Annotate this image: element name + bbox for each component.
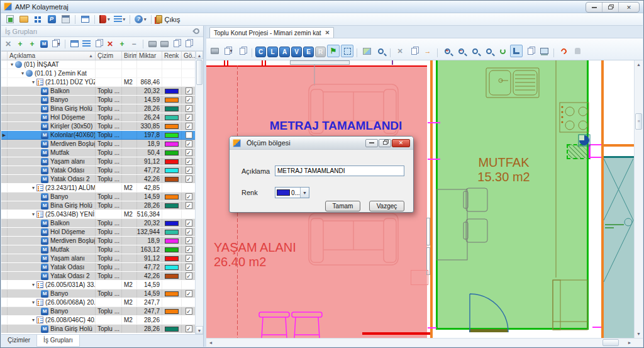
- open-folder-button[interactable]: [18, 14, 30, 25]
- table-row[interactable]: ▾(01) İNŞAAT: [1, 60, 195, 69]
- minimize-button[interactable]: [586, 3, 602, 12]
- visibility-checkbox[interactable]: ✓: [186, 193, 192, 200]
- close-tab-icon[interactable]: ✕: [325, 30, 330, 36]
- magnifier-button[interactable]: [374, 45, 387, 57]
- tool-letter-v[interactable]: V: [291, 47, 302, 57]
- print-cancel-button[interactable]: [159, 39, 169, 49]
- flag-tool-button[interactable]: ⚑: [327, 45, 340, 57]
- scroll-thumb[interactable]: ≡: [635, 113, 642, 130]
- new-page-button[interactable]: [524, 45, 536, 57]
- add-subgroup-button[interactable]: +: [27, 39, 37, 49]
- table-row[interactable]: MMutfakToplu ...163,12✓: [1, 245, 195, 254]
- visibility-checkbox[interactable]: ✓: [186, 123, 192, 130]
- expander-icon[interactable]: ▾: [30, 185, 36, 191]
- table-row[interactable]: MBalkonToplu ...20,32✓: [1, 87, 195, 96]
- reports-button[interactable]: ▾: [98, 14, 111, 25]
- window-form-button[interactable]: [79, 14, 91, 25]
- visibility-checkbox[interactable]: ✓: [186, 246, 192, 253]
- vazgec-button[interactable]: Vazgeç: [369, 201, 404, 211]
- column-birim[interactable]: Birim: [122, 52, 137, 60]
- table-row[interactable]: ▾(23.243/11) ALÜM...M242,85: [1, 184, 195, 193]
- tab-is-gruplari[interactable]: İş Grupları: [36, 335, 80, 347]
- tamam-button[interactable]: Tamam: [325, 201, 360, 211]
- renk-dropdown[interactable]: 0... ▼: [275, 187, 309, 198]
- print-button[interactable]: [147, 39, 157, 49]
- send-button[interactable]: →: [421, 45, 434, 57]
- measure-button[interactable]: M: [39, 39, 49, 49]
- copy-region-button[interactable]: [408, 45, 420, 57]
- pin-icon[interactable]: [192, 27, 201, 35]
- tool-letter-a[interactable]: A: [279, 47, 290, 57]
- zoom-out-button[interactable]: [455, 45, 467, 57]
- ruler-button[interactable]: [510, 45, 523, 57]
- table-row[interactable]: MYaşam alanıToplu ...91,12✓: [1, 254, 195, 263]
- canvas-hscrollbar[interactable]: ◄ ►: [206, 338, 643, 347]
- table-row[interactable]: MYatak OdasıToplu ...47,72✓: [1, 263, 195, 272]
- delete-button[interactable]: ✕: [105, 39, 115, 49]
- delete-region-button[interactable]: ✕: [394, 45, 406, 57]
- copy-button[interactable]: [171, 39, 181, 49]
- expander-icon[interactable]: ▾: [9, 62, 15, 67]
- table-row[interactable]: MBalkonToplu ...20,32✓: [1, 219, 195, 228]
- column-cizim[interactable]: Çizim: [96, 52, 122, 60]
- image-button[interactable]: [360, 45, 373, 57]
- table-row[interactable]: MMutfakToplu ...50,4✓: [1, 149, 195, 157]
- dialog-minimize-button[interactable]: [365, 139, 378, 147]
- table-row[interactable]: MYatak Odası 2Toplu ...42,26✓: [1, 272, 195, 281]
- table-row[interactable]: MHol DöşemeToplu ...26,24✓: [1, 113, 195, 122]
- visibility-checkbox[interactable]: ✓: [186, 264, 192, 271]
- scroll-down-icon[interactable]: ▼: [196, 326, 203, 334]
- visibility-checkbox[interactable]: ✓: [186, 114, 192, 121]
- table-row[interactable]: ▾(21.011) DÜZ YÜZ...M2868,46: [1, 78, 195, 87]
- close-button[interactable]: ✕: [619, 3, 639, 12]
- expander-icon[interactable]: ▾: [30, 300, 36, 305]
- expander-icon[interactable]: ▾: [30, 211, 36, 217]
- visibility-checkbox[interactable]: ✓: [186, 158, 192, 165]
- remove-row-button[interactable]: −: [129, 39, 139, 49]
- table-row[interactable]: MHol DöşemeToplu ...132,944✓: [1, 228, 195, 237]
- visibility-checkbox[interactable]: ✓: [186, 140, 192, 147]
- column-renk[interactable]: Renk: [162, 52, 182, 60]
- visibility-checkbox[interactable]: ✓: [186, 176, 192, 182]
- table-row[interactable]: MKirişler (30x50)Toplu ...330,85✓: [1, 122, 195, 131]
- exit-button[interactable]: Çıkış: [155, 14, 182, 25]
- copy-drawing-button[interactable]: ▾: [222, 45, 235, 57]
- visibility-checkbox[interactable]: ✓: [186, 308, 192, 315]
- help-button[interactable]: ?▾: [133, 14, 148, 25]
- dialog-close-button[interactable]: ✕: [392, 139, 410, 147]
- title-bar[interactable]: AMP Kolaymetraj ✕: [1, 1, 643, 13]
- visibility-checkbox[interactable]: ✓: [186, 325, 192, 332]
- marquee-tool-button[interactable]: [341, 45, 353, 57]
- add-row-button[interactable]: +: [117, 39, 127, 49]
- tool-letter-c[interactable]: C: [255, 47, 266, 57]
- canvas-vscrollbar[interactable]: ▲ ≡ ▼: [634, 60, 643, 338]
- add-group-button[interactable]: +: [15, 39, 25, 49]
- aciklama-input[interactable]: [275, 166, 404, 176]
- visibility-checkbox[interactable]: ✓: [186, 87, 192, 94]
- table-row[interactable]: MBanyoToplu ...14,59✓: [1, 96, 195, 104]
- detail-list-button[interactable]: [81, 39, 91, 49]
- visibility-checkbox[interactable]: ✓: [186, 272, 192, 279]
- expander-icon[interactable]: ▾: [30, 282, 36, 288]
- visibility-checkbox[interactable]: ✓: [186, 96, 192, 103]
- zoom-window-button[interactable]: [482, 45, 495, 57]
- tool-letter-r[interactable]: R: [315, 47, 326, 57]
- visibility-checkbox[interactable]: ✓: [186, 237, 192, 244]
- table-row[interactable]: ▾(26.006/068A) 20...M2247,7: [1, 298, 195, 307]
- table-row[interactable]: ▾(01.01 ) Zemin Kat: [1, 69, 195, 78]
- new-sheet-button[interactable]: [4, 14, 16, 25]
- table-row[interactable]: MMerdiven BoşluğuToplu ...18,9✓: [1, 140, 195, 149]
- column-goster[interactable]: Gö...: [182, 52, 196, 60]
- dialog-titlebar[interactable]: Ölçüm bölgesi ✕: [230, 137, 413, 150]
- duplicate-button[interactable]: [93, 39, 103, 49]
- chevron-down-icon[interactable]: ▼: [300, 188, 309, 198]
- print-drawing-button[interactable]: [208, 45, 221, 57]
- visibility-checkbox[interactable]: ✓: [186, 290, 192, 297]
- document-tab[interactable]: Toplu Konut Projesi - Mimari zemin kat ✕: [209, 27, 334, 38]
- visibility-checkbox[interactable]: [186, 132, 192, 138]
- groups-button[interactable]: [31, 14, 44, 25]
- tool-letter-e[interactable]: E: [303, 47, 314, 57]
- refresh-button[interactable]: [496, 45, 509, 57]
- table-row[interactable]: ▾(25.043/4B) YENİ ...M2516,384: [1, 210, 195, 219]
- pan-button[interactable]: [571, 45, 584, 57]
